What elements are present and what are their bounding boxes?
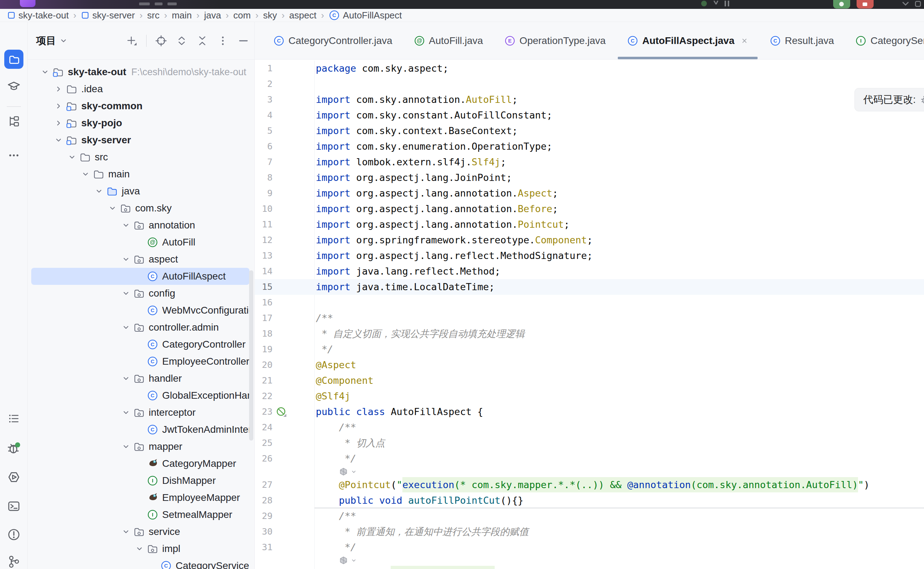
tree-item-main[interactable]: main	[31, 166, 250, 183]
tree-item-aspect[interactable]: aspect	[31, 251, 250, 268]
tree-item-sky-pojo[interactable]: sky-pojo	[31, 114, 250, 132]
code-line-31[interactable]: 31 */	[255, 540, 924, 555]
chevron-down-icon[interactable]	[121, 528, 131, 536]
aop-inlay-hint[interactable]	[255, 467, 924, 477]
code-line-9[interactable]: 9import org.aspectj.lang.annotation.Aspe…	[255, 186, 924, 201]
code-line-4[interactable]: 4import com.sky.constant.AutoFillConstan…	[255, 108, 924, 123]
project-toolbar-expand-all[interactable]	[176, 35, 188, 47]
chevron-down-icon[interactable]	[67, 153, 78, 161]
tree-item-CategoryMapper[interactable]: CategoryMapper	[31, 455, 250, 472]
code-line-27[interactable]: 27 @Pointcut("execution(* com.sky.mapper…	[255, 477, 924, 493]
breadcrumb-item-sky-take-out[interactable]: sky-take-out	[7, 10, 69, 21]
titlebar-stop-button[interactable]	[857, 0, 874, 9]
code-line-2[interactable]: 2	[255, 76, 924, 92]
code-line-29[interactable]: 29 /**	[255, 508, 924, 524]
code-line-6[interactable]: 6import com.sky.enumeration.OperationTyp…	[255, 139, 924, 154]
tree-item-service[interactable]: service	[31, 523, 250, 540]
code-line-19[interactable]: 19 */	[255, 342, 924, 357]
tree-item-sky-take-out[interactable]: sky-take-outF:\ceshi\demo\sky-take-out	[31, 64, 250, 81]
chevron-right-icon[interactable]	[53, 85, 64, 93]
chevron-down-icon[interactable]	[80, 170, 91, 178]
tree-item-DishMapper[interactable]: IDishMapper	[31, 472, 250, 489]
code-line-24[interactable]: 24 /**	[255, 420, 924, 435]
code-line-3[interactable]: 3import com.sky.annotation.AutoFill;	[255, 92, 924, 108]
tree-item-WebMvcConfiguration[interactable]: CWebMvcConfiguration	[31, 302, 250, 319]
code-line-17[interactable]: 17/**	[255, 310, 924, 326]
code-line-10[interactable]: 10import org.aspectj.lang.annotation.Bef…	[255, 201, 924, 217]
code-line-21[interactable]: 21@Component	[255, 373, 924, 388]
tree-item-EmployeeMapper[interactable]: EmployeeMapper	[31, 489, 250, 506]
tree-item-AutoFill[interactable]: @AutoFill	[31, 234, 250, 251]
project-toolbar-hide[interactable]	[237, 35, 250, 47]
chevron-down-icon[interactable]	[121, 289, 131, 297]
breadcrumb-item-sky-server[interactable]: sky-server	[81, 10, 135, 21]
tab-Result.java[interactable]: CResult.java	[759, 22, 845, 59]
code-line-28[interactable]: 28 public void autoFillPointCut(){}	[255, 493, 924, 508]
chevron-down-icon[interactable]	[121, 374, 131, 382]
breadcrumb-item-sky[interactable]: sky	[263, 10, 277, 21]
code-line-14[interactable]: 14import java.lang.reflect.Method;	[255, 263, 924, 279]
tree-item-java[interactable]: java	[31, 183, 250, 200]
project-toolbar-more-kebab[interactable]	[217, 35, 229, 47]
activity-bar-problems[interactable]	[7, 528, 21, 541]
tree-item-mapper[interactable]: mapper	[31, 438, 250, 455]
code-line-18[interactable]: 18 * 自定义切面，实现公共字段自动填充处理逻辑	[255, 326, 924, 342]
code-line-20[interactable]: 20@Aspect	[255, 357, 924, 373]
titlebar-right-icons[interactable]	[901, 1, 922, 7]
code-line-5[interactable]: 5import com.sky.context.BaseContext;	[255, 123, 924, 139]
activity-bar-more-dots[interactable]	[8, 149, 20, 162]
code-line-12[interactable]: 12import org.springframework.stereotype.…	[255, 232, 924, 248]
code-line-8[interactable]: 8import org.aspectj.lang.JoinPoint;	[255, 170, 924, 186]
tree-item-interceptor[interactable]: interceptor	[31, 404, 250, 421]
activity-bar-git-branch[interactable]	[7, 555, 21, 568]
code-line-23[interactable]: 23public class AutoFillAspect {	[255, 404, 924, 420]
breadcrumb-item-java[interactable]: java	[204, 10, 221, 21]
activity-bar-services-hexagon[interactable]	[7, 470, 21, 484]
chevron-down-icon[interactable]	[134, 545, 145, 553]
code-line-11[interactable]: 11import org.aspectj.lang.annotation.Poi…	[255, 217, 924, 232]
activity-bar-project-folder[interactable]	[4, 50, 23, 69]
code-line-7[interactable]: 7import lombok.extern.slf4j.Slf4j;	[255, 154, 924, 170]
chevron-down-icon[interactable]	[40, 68, 50, 76]
aop-inlay-hint[interactable]	[255, 555, 924, 566]
code-line-25[interactable]: 25 * 切入点	[255, 435, 924, 451]
tab-AutoFill.java[interactable]: @AutoFill.java	[403, 22, 494, 59]
close-tab-icon[interactable]	[741, 37, 748, 45]
code-line-26[interactable]: 26 */	[255, 451, 924, 467]
aop-advice-icon[interactable]	[339, 556, 348, 565]
titlebar-settings-button[interactable]	[833, 0, 850, 9]
breadcrumb-item-com[interactable]: com	[233, 10, 251, 21]
tree-item-src[interactable]: src	[31, 149, 250, 166]
run-widget-icons[interactable]	[700, 1, 753, 7]
tree-scrollbar[interactable]	[249, 270, 253, 441]
chevron-down-icon[interactable]	[351, 558, 356, 563]
chevron-down-icon[interactable]	[121, 443, 131, 450]
tree-item-EmployeeController[interactable]: CEmployeeController	[31, 353, 250, 370]
aop-advice-icon[interactable]	[339, 467, 348, 476]
chevron-down-icon[interactable]	[107, 204, 118, 212]
project-toolbar-collapse-all[interactable]	[196, 35, 208, 47]
chevron-down-icon[interactable]	[94, 187, 104, 195]
tree-item-AutoFillAspect[interactable]: CAutoFillAspect	[31, 268, 250, 285]
activity-bar-learn-cap[interactable]	[7, 79, 21, 93]
project-toolbar-add[interactable]	[126, 35, 138, 47]
code-line-13[interactable]: 13import org.aspectj.lang.reflect.Method…	[255, 248, 924, 263]
tree-item-sky-common[interactable]: sky-common	[31, 97, 250, 114]
chevron-down-icon[interactable]	[121, 256, 131, 263]
activity-bar-todo-list[interactable]	[8, 412, 20, 425]
project-toolbar-locate[interactable]	[155, 35, 167, 47]
tree-item-config[interactable]: config	[31, 285, 250, 302]
tab-OperationType.java[interactable]: EOperationType.java	[493, 22, 617, 59]
code-line-15[interactable]: 15import java.time.LocalDateTime;	[255, 279, 924, 295]
chevron-right-icon[interactable]	[53, 119, 64, 127]
code-line-22[interactable]: 22@Slf4j	[255, 388, 924, 404]
tree-item-impl[interactable]: impl	[31, 540, 250, 557]
code-editor[interactable]: 1package com.sky.aspect;23import com.sky…	[255, 61, 924, 569]
tree-item-GlobalExceptionHandler[interactable]: CGlobalExceptionHandler	[31, 387, 250, 404]
breadcrumb-item-aspect[interactable]: aspect	[289, 10, 317, 21]
tab-CategoryController.java[interactable]: CCategoryController.java	[263, 22, 403, 59]
code-line-30[interactable]: 30 * 前置通知，在通知中进行公共字段的赋值	[255, 524, 924, 540]
activity-bar-structure[interactable]	[8, 115, 20, 128]
chevron-down-icon[interactable]	[121, 324, 131, 331]
chevron-down-icon[interactable]	[121, 221, 131, 229]
